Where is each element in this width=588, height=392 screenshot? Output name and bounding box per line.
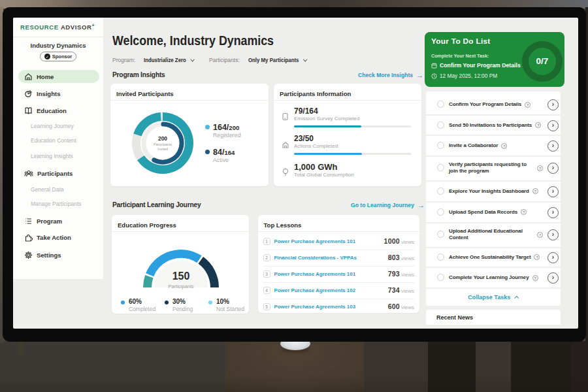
svg-text:Participants: Participants xyxy=(168,284,193,289)
svg-text:Invited: Invited xyxy=(157,147,168,151)
svg-text:200: 200 xyxy=(158,135,167,142)
svg-text:Participants: Participants xyxy=(154,142,172,146)
svg-text:150: 150 xyxy=(172,270,189,282)
